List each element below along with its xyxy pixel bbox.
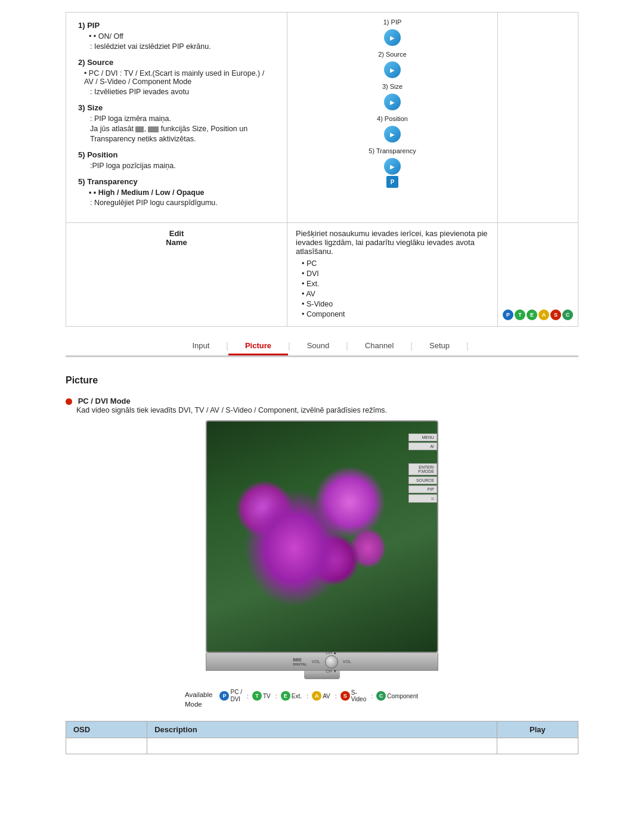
icon-label-4: 4) Position bbox=[377, 115, 408, 122]
source-btn-side[interactable]: SOURCE bbox=[408, 476, 437, 484]
badge-s: S bbox=[550, 309, 561, 320]
source-heading: 2) Source bbox=[78, 58, 275, 67]
pip-icon-cell: 1) PIP 2) Source 3) Size 4) Position 5) … bbox=[287, 13, 498, 223]
pip-btn[interactable] bbox=[384, 29, 401, 46]
monitor-wrapper: MENU A/ ENTER/P.MODE SOURCE PIP ස BBEDIG… bbox=[206, 420, 438, 679]
colon-1: : bbox=[247, 692, 249, 699]
mode-label-a: AV bbox=[323, 693, 330, 699]
red-dot-icon bbox=[66, 398, 72, 405]
flower-image bbox=[207, 422, 437, 652]
edit-name-content: Piešķiriet nosaukumu ievades ierīcei, ka… bbox=[287, 223, 498, 327]
desc-cell-1 bbox=[147, 738, 497, 754]
mode-desc: Kad video signāls tiek ievadīts DVI, TV … bbox=[76, 406, 387, 414]
osd-table: OSD Description Play bbox=[66, 721, 578, 754]
ch-down[interactable]: CH ▼ bbox=[326, 669, 337, 673]
badge-t: T bbox=[515, 309, 525, 320]
mode-label-p: PC / DVI bbox=[230, 689, 242, 703]
nav-input[interactable]: Input bbox=[175, 337, 226, 355]
name-label: Name bbox=[71, 238, 282, 247]
size-desc: : PIP loga izmēra maiņa. bbox=[90, 114, 275, 123]
colon-2: : bbox=[275, 692, 277, 699]
edit-list-ext: • Ext. bbox=[302, 280, 489, 288]
auto-btn[interactable]: A/ bbox=[408, 442, 437, 450]
nav-setup[interactable]: Setup bbox=[413, 337, 466, 355]
mode-e: E Ext. bbox=[281, 691, 302, 701]
picture-section: Picture PC / DVI Mode Kad video signāls … bbox=[66, 375, 578, 754]
badge-e: E bbox=[527, 309, 537, 320]
size-desc3: Transparency netiks aktivizētas. bbox=[90, 135, 275, 143]
icon-label-3: 3) Size bbox=[382, 83, 402, 90]
edit-list-av: • AV bbox=[302, 290, 489, 298]
vol-knob[interactable] bbox=[325, 655, 338, 668]
navigation-bar: Input | Picture | Sound | Channel | Setu… bbox=[66, 337, 578, 357]
edit-list-pc: • PC bbox=[302, 259, 489, 268]
colon-3: : bbox=[306, 692, 308, 699]
enter-btn[interactable]: ENTER/P.MODE bbox=[408, 463, 437, 475]
edit-name-label: Edit Name bbox=[66, 223, 287, 327]
source-btn[interactable] bbox=[384, 61, 401, 78]
transparency-options: • High / Medium / Low / Opaque bbox=[89, 188, 275, 197]
colon-4: : bbox=[335, 692, 337, 699]
desc-col-header: Description bbox=[147, 721, 497, 738]
p-badge: P bbox=[386, 176, 398, 188]
osd-col-header: OSD bbox=[66, 721, 147, 738]
vol-right[interactable]: VOL bbox=[343, 659, 351, 664]
available-modes-row: Available Mode P PC / DVI : T TV : E Ext… bbox=[185, 689, 459, 709]
monitor-bezel: BBEDIGITAL CH ▲ VOL VOL CH ▼ bbox=[206, 653, 438, 671]
nav-picture[interactable]: Picture bbox=[228, 337, 288, 355]
edit-icon-cell: P T E A S C bbox=[497, 223, 578, 327]
position-btn[interactable] bbox=[384, 126, 401, 143]
mode-badge-a: A bbox=[312, 691, 321, 701]
on-off-desc: : Ieslēdziet vai izslēdziet PIP ekrānu. bbox=[90, 42, 275, 51]
badge-c: C bbox=[562, 309, 573, 320]
transparency-btn[interactable] bbox=[384, 158, 401, 175]
colon-5: : bbox=[371, 692, 373, 699]
mode-badges-list: P PC / DVI : T TV : E Ext. : A AV : S S-… bbox=[219, 689, 423, 703]
extra-btn[interactable]: ස bbox=[408, 494, 437, 503]
source-desc2: : Izvēlieties PIP ievades avotu bbox=[90, 88, 275, 96]
mode-badge-s: S bbox=[340, 691, 350, 701]
transparency-desc2: : Noregulējiet PIP logu caurspīdīgumu. bbox=[90, 199, 275, 207]
size-btn[interactable] bbox=[384, 94, 401, 110]
on-off-label: • ON/ Off bbox=[89, 32, 275, 41]
play-cell-1 bbox=[497, 738, 578, 754]
nav-sound[interactable]: Sound bbox=[290, 337, 346, 355]
osd-cell-1 bbox=[66, 738, 147, 754]
brand-logo: BBEDIGITAL bbox=[293, 658, 307, 666]
mode-label-t: TV bbox=[263, 693, 271, 699]
mode-c: C Component bbox=[376, 691, 418, 701]
menu-btn[interactable]: MENU bbox=[408, 433, 437, 441]
pteasc-badges: P T E A S C bbox=[503, 309, 573, 320]
mode-title: PC / DVI Mode bbox=[78, 397, 131, 405]
badge-a: A bbox=[538, 309, 549, 320]
size-heading: 3) Size bbox=[78, 103, 275, 112]
main-pip-table: 1) PIP • ON/ Off : Ieslēdziet vai izslēd… bbox=[66, 12, 578, 327]
position-heading: 5) Position bbox=[78, 150, 275, 159]
transparency-heading: 5) Transparency bbox=[78, 177, 275, 186]
mode-a: A AV bbox=[312, 691, 330, 701]
badge-p: P bbox=[503, 309, 513, 320]
edit-label: Edit bbox=[71, 229, 282, 238]
ch-vol-controls: CH ▲ VOL VOL CH ▼ bbox=[312, 651, 351, 673]
available-label: Available Mode bbox=[185, 689, 212, 709]
pip-side-btn[interactable]: PIP bbox=[408, 485, 437, 493]
nav-channel[interactable]: Channel bbox=[348, 337, 410, 355]
mode-badge-c: C bbox=[376, 691, 386, 701]
edit-list-svideo: • S-Video bbox=[302, 300, 489, 308]
vol-left[interactable]: VOL bbox=[312, 659, 320, 664]
edit-list-component: • Component bbox=[302, 310, 489, 318]
icon-label-2: 2) Source bbox=[378, 51, 407, 58]
picture-title: Picture bbox=[66, 375, 578, 386]
mode-t: T TV bbox=[252, 691, 271, 701]
mode-label-c: Component bbox=[387, 693, 418, 699]
pip-heading: 1) PIP bbox=[78, 21, 275, 30]
nav-divider-5: | bbox=[466, 341, 469, 355]
edit-desc: Piešķiriet nosaukumu ievades ierīcei, ka… bbox=[296, 229, 489, 256]
ch-up[interactable]: CH ▲ bbox=[326, 651, 337, 655]
monitor-screen: MENU A/ ENTER/P.MODE SOURCE PIP ස bbox=[206, 420, 438, 653]
icon-label-1: 1) PIP bbox=[383, 18, 402, 26]
position-desc: :PIP loga pozīcijas maiņa. bbox=[90, 162, 275, 170]
play-col-header: Play bbox=[497, 721, 578, 738]
edit-list-dvi: • DVI bbox=[302, 270, 489, 278]
mode-s: S S- Video bbox=[340, 689, 366, 702]
